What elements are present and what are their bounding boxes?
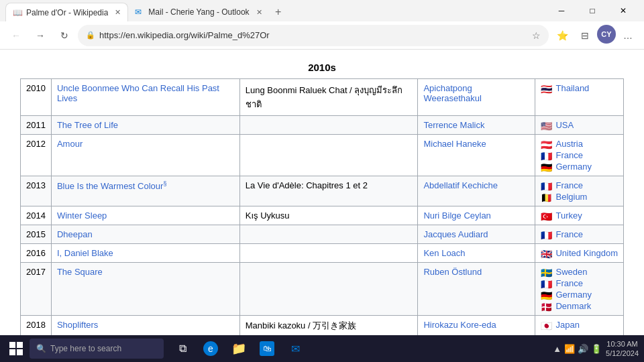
flag-icon: 🇯🇵 — [541, 321, 553, 329]
director-link[interactable]: Terrence Malick — [423, 120, 484, 130]
film-link[interactable]: Dheepan — [57, 229, 93, 239]
flag-icon: 🇸🇪 — [541, 268, 553, 276]
director-cell: Terrence Malick — [418, 116, 535, 135]
minimize-button[interactable]: ─ — [546, 0, 577, 21]
country-link[interactable]: Belgium — [555, 192, 587, 202]
original-title-cell — [239, 244, 418, 263]
taskbar-app-icons: ⧉ e 📁 🛍 ✉ — [169, 337, 309, 361]
address-bar[interactable]: 🔒 https://en.wikipedia.org/wiki/Palme_d%… — [78, 25, 549, 46]
title-bar: 📖 Palme d'Or - Wikipedia ✕ ✉ Mail - Cher… — [0, 0, 644, 21]
task-view-button[interactable]: ⧉ — [169, 337, 196, 361]
country-link[interactable]: Denmark — [555, 301, 591, 311]
back-button[interactable]: ← — [5, 25, 27, 46]
year-cell: 2011 — [21, 116, 52, 135]
flag-icon: 🇧🇪 — [541, 193, 553, 201]
country-row: 🇸🇪Sweden — [541, 267, 618, 277]
country-link[interactable]: Austria — [555, 139, 582, 149]
wiki-table: 2010Uncle Boonmee Who Can Recall His Pas… — [20, 78, 624, 335]
film-link[interactable]: Uncle Boonmee Who Can Recall His Past Li… — [57, 83, 219, 103]
store-icon[interactable]: 🛍 — [254, 337, 280, 361]
country-row: 🇩🇪Germany — [541, 290, 618, 300]
tab-wikipedia[interactable]: 📖 Palme d'Or - Wikipedia ✕ — [5, 3, 128, 21]
original-title-cell — [239, 116, 418, 135]
director-link[interactable]: Jacques Audiard — [423, 229, 488, 239]
new-tab-button[interactable]: + — [269, 3, 288, 21]
file-explorer-icon[interactable]: 📁 — [225, 337, 252, 361]
original-title-cell — [239, 225, 418, 244]
director-link[interactable]: Hirokazu Kore-eda — [423, 320, 496, 330]
country-link[interactable]: United Kingdom — [555, 248, 618, 258]
profile-button[interactable]: CY — [597, 25, 616, 44]
tab-close-wikipedia[interactable]: ✕ — [115, 8, 121, 17]
country-cell: 🇬🇧United Kingdom — [535, 244, 624, 263]
volume-icon[interactable]: 🔊 — [578, 344, 588, 354]
flag-icon: 🇩🇪 — [541, 291, 553, 299]
clock[interactable]: 10:30 AM 5/12/2024 — [606, 339, 639, 359]
film-link[interactable]: Shoplifters — [57, 320, 98, 330]
refresh-button[interactable]: ↻ — [54, 25, 75, 46]
director-cell: Ruben Östlund — [418, 263, 535, 316]
year-cell: 2014 — [21, 206, 52, 225]
flag-icon: 🇬🇧 — [541, 249, 553, 257]
film-link[interactable]: Blue Is the Warmest Colour§ — [57, 181, 166, 191]
search-icon: 🔍 — [36, 344, 46, 353]
flag-icon: 🇫🇷 — [541, 280, 553, 288]
director-link[interactable]: Apichatpong Weerasethakul — [423, 83, 481, 103]
tab-close-outlook[interactable]: ✕ — [256, 8, 262, 17]
maximize-button[interactable]: □ — [577, 0, 608, 21]
mail-icon: ✉ — [288, 341, 303, 356]
country-link[interactable]: Germany — [555, 290, 591, 300]
country-row: 🇫🇷France — [541, 180, 618, 190]
flag-icon: 🇫🇷 — [541, 182, 553, 190]
country-row: 🇫🇷France — [541, 150, 618, 160]
country-link[interactable]: Germany — [555, 162, 591, 172]
film-cell: Amour — [51, 135, 239, 176]
flag-icon: 🇩🇪 — [541, 163, 553, 171]
country-link[interactable]: USA — [555, 120, 574, 130]
country-row: 🇩🇪Germany — [541, 162, 618, 172]
film-cell: The Tree of Life — [51, 116, 239, 135]
film-link[interactable]: Winter Sleep — [57, 210, 107, 221]
country-link[interactable]: Sweden — [555, 267, 587, 277]
country-row: 🇬🇧United Kingdom — [541, 248, 618, 258]
taskbar-search[interactable]: 🔍 Type here to search — [30, 339, 164, 359]
start-button[interactable] — [5, 338, 27, 359]
bookmark-icon[interactable]: ☆ — [532, 30, 541, 41]
film-cell: Dheepan — [51, 225, 239, 244]
edge-logo: e — [203, 341, 218, 356]
country-link[interactable]: Thailand — [555, 83, 589, 93]
year-cell: 2013 — [21, 176, 52, 206]
director-link[interactable]: Ken Loach — [423, 248, 465, 258]
tab-outlook[interactable]: ✉ Mail - Cherie Yang - Outlook ✕ — [128, 3, 268, 21]
edge-icon-taskbar[interactable]: e — [197, 337, 224, 361]
settings-button[interactable]: … — [617, 25, 639, 46]
network-icon[interactable]: 📶 — [564, 344, 575, 354]
director-link[interactable]: Michael Haneke — [423, 139, 486, 149]
country-link[interactable]: France — [555, 229, 582, 239]
year-cell: 2018 — [21, 316, 52, 336]
forward-button[interactable]: → — [30, 25, 51, 46]
country-link[interactable]: Japan — [555, 320, 579, 330]
film-link[interactable]: The Tree of Life — [57, 120, 118, 130]
mail-icon-taskbar[interactable]: ✉ — [282, 337, 309, 361]
director-link[interactable]: Abdellatif Kechiche — [423, 180, 498, 190]
tab-label-wikipedia: Palme d'Or - Wikipedia — [26, 8, 108, 17]
country-row: 🇩🇰Denmark — [541, 301, 618, 311]
up-arrow-icon[interactable]: ▲ — [553, 344, 561, 354]
country-link[interactable]: France — [555, 180, 582, 190]
flag-icon: 🇺🇸 — [541, 121, 553, 129]
close-button[interactable]: ✕ — [608, 0, 639, 21]
film-link[interactable]: I, Daniel Blake — [57, 248, 113, 258]
table-row: 2011The Tree of LifeTerrence Malick🇺🇸USA — [21, 116, 624, 135]
director-link[interactable]: Nuri Bilge Ceylan — [423, 210, 490, 221]
battery-icon[interactable]: 🔋 — [591, 344, 602, 354]
country-link[interactable]: Turkey — [555, 210, 582, 221]
collections-button[interactable]: ⊟ — [574, 25, 596, 46]
country-link[interactable]: France — [555, 278, 582, 288]
country-link[interactable]: France — [555, 150, 582, 160]
favorites-button[interactable]: ⭐ — [551, 25, 573, 46]
film-link[interactable]: The Square — [57, 267, 103, 277]
film-link[interactable]: Amour — [57, 139, 83, 149]
film-cell: Shoplifters — [51, 316, 239, 336]
director-link[interactable]: Ruben Östlund — [423, 267, 482, 277]
